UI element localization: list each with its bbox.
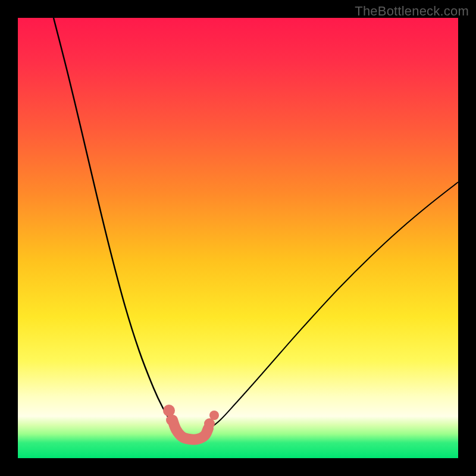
- gradient-background: [18, 18, 458, 458]
- bead-dot: [209, 411, 219, 420]
- chart-frame: TheBottleneck.com: [0, 0, 476, 476]
- bead-dot: [163, 405, 175, 416]
- watermark-text: TheBottleneck.com: [355, 4, 469, 19]
- bead-dot: [166, 415, 177, 425]
- chart-svg: [18, 18, 458, 458]
- plot-area: [18, 18, 458, 458]
